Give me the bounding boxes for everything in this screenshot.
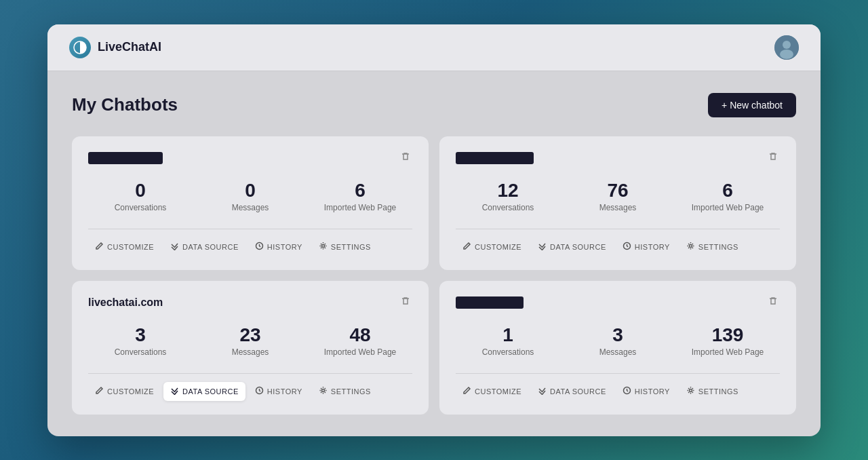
action-label: DATA SOURCE	[182, 243, 239, 251]
stat-number: 0	[198, 180, 302, 202]
app-name: LiveChatAI	[98, 40, 161, 54]
action-customize[interactable]: CUSTOMIZE	[88, 237, 161, 256]
stat-label: Imported Web Page	[308, 203, 412, 212]
stat-number: 6	[308, 180, 412, 202]
header: LiveChatAI	[47, 24, 821, 71]
stat-label: Messages	[566, 347, 670, 357]
action-data_source[interactable]: DATA SOURCE	[163, 237, 245, 256]
card-actions: CUSTOMIZE DATA SOURCE HISTORY SETTINGS	[456, 373, 780, 401]
stat-label: Conversations	[456, 347, 560, 357]
action-label: DATA SOURCE	[550, 243, 606, 251]
action-customize[interactable]: CUSTOMIZE	[456, 237, 528, 256]
action-label: HISTORY	[635, 243, 670, 251]
customize-icon	[462, 386, 471, 397]
card-actions: CUSTOMIZE DATA SOURCE HISTORY SETTINGS	[88, 229, 412, 256]
page-header: My Chatbots + New chatbot	[72, 93, 796, 117]
stat-item-2: 6 Imported Web Page	[308, 180, 412, 212]
page-title: My Chatbots	[72, 94, 178, 115]
customize-icon	[462, 242, 471, 252]
stat-item-0: 12 Conversations	[456, 180, 560, 212]
settings-icon	[686, 386, 695, 397]
stat-item-0: 0 Conversations	[88, 180, 193, 212]
card-4: 1 Conversations 3 Messages 139 Imported …	[439, 281, 796, 415]
action-settings[interactable]: SETTINGS	[312, 382, 378, 401]
action-history[interactable]: HISTORY	[248, 382, 309, 401]
card-2: 12 Conversations 76 Messages 6 Imported …	[439, 136, 796, 270]
card-header	[456, 294, 780, 311]
action-settings[interactable]: SETTINGS	[679, 237, 745, 256]
stat-number: 76	[566, 180, 670, 202]
delete-button[interactable]	[766, 294, 780, 311]
action-customize[interactable]: CUSTOMIZE	[456, 382, 528, 401]
svg-point-11	[689, 389, 692, 391]
history-icon	[623, 386, 631, 397]
stat-item-1: 23 Messages	[198, 324, 302, 357]
card-header	[456, 150, 780, 166]
card-actions: CUSTOMIZE DATA SOURCE HISTORY SETTINGS	[88, 373, 412, 401]
action-label: SETTINGS	[698, 243, 738, 251]
action-history[interactable]: HISTORY	[248, 237, 309, 256]
settings-icon	[686, 242, 695, 252]
action-history[interactable]: HISTORY	[616, 382, 677, 401]
card-stats: 12 Conversations 76 Messages 6 Imported …	[456, 180, 780, 212]
svg-point-9	[321, 389, 324, 391]
stat-item-2: 48 Imported Web Page	[308, 324, 412, 357]
stat-item-1: 0 Messages	[198, 180, 302, 212]
action-label: DATA SOURCE	[550, 387, 606, 396]
stat-number: 1	[456, 324, 560, 346]
data_source-icon	[170, 242, 179, 252]
history-icon	[255, 386, 264, 397]
app-container: LiveChatAI My Chatbots + New chatbot	[47, 24, 821, 436]
action-label: SETTINGS	[331, 243, 371, 251]
action-settings[interactable]: SETTINGS	[679, 382, 745, 401]
action-label: HISTORY	[267, 387, 302, 396]
stat-number: 0	[88, 180, 193, 202]
data_source-icon	[170, 386, 179, 397]
card-name-redacted	[88, 152, 163, 164]
card-name: livechatai.com	[88, 296, 163, 309]
card-name-redacted	[456, 296, 524, 309]
delete-button[interactable]	[766, 150, 780, 166]
logo-icon	[69, 37, 91, 58]
card-actions: CUSTOMIZE DATA SOURCE HISTORY SETTINGS	[456, 229, 780, 256]
history-icon	[623, 242, 631, 252]
stat-item-2: 6 Imported Web Page	[675, 180, 780, 212]
action-label: CUSTOMIZE	[475, 243, 521, 251]
stat-label: Messages	[198, 203, 302, 212]
stat-label: Messages	[198, 347, 302, 357]
action-data_source[interactable]: DATA SOURCE	[531, 382, 613, 401]
action-data_source[interactable]: DATA SOURCE	[163, 382, 245, 401]
action-history[interactable]: HISTORY	[616, 237, 677, 256]
card-name-redacted	[456, 152, 534, 164]
action-label: CUSTOMIZE	[107, 243, 154, 251]
stat-item-1: 3 Messages	[566, 324, 670, 357]
stat-label: Conversations	[88, 203, 193, 212]
main-content: My Chatbots + New chatbot 0 Conversation…	[47, 71, 821, 436]
stat-number: 48	[308, 324, 412, 346]
action-settings[interactable]: SETTINGS	[312, 237, 378, 256]
action-data_source[interactable]: DATA SOURCE	[531, 237, 613, 256]
new-chatbot-button[interactable]: + New chatbot	[708, 93, 796, 117]
action-customize[interactable]: CUSTOMIZE	[88, 382, 161, 401]
action-label: CUSTOMIZE	[475, 387, 521, 396]
svg-point-3	[780, 50, 793, 59]
svg-point-7	[689, 244, 692, 247]
card-1: 0 Conversations 0 Messages 6 Imported We…	[72, 136, 429, 270]
stat-number: 12	[456, 180, 560, 202]
stat-label: Conversations	[456, 203, 560, 212]
avatar[interactable]	[774, 35, 799, 60]
delete-button[interactable]	[399, 294, 412, 311]
card-stats: 3 Conversations 23 Messages 48 Imported …	[88, 324, 412, 357]
cards-grid: 0 Conversations 0 Messages 6 Imported We…	[72, 136, 796, 415]
delete-button[interactable]	[399, 150, 412, 166]
action-label: SETTINGS	[331, 387, 371, 396]
customize-icon	[95, 242, 104, 252]
settings-icon	[319, 386, 328, 397]
action-label: CUSTOMIZE	[107, 387, 154, 396]
card-stats: 1 Conversations 3 Messages 139 Imported …	[456, 324, 780, 357]
stat-number: 139	[675, 324, 780, 346]
data_source-icon	[538, 386, 547, 397]
stat-label: Imported Web Page	[308, 347, 412, 357]
stat-number: 6	[675, 180, 780, 202]
action-label: HISTORY	[267, 243, 302, 251]
